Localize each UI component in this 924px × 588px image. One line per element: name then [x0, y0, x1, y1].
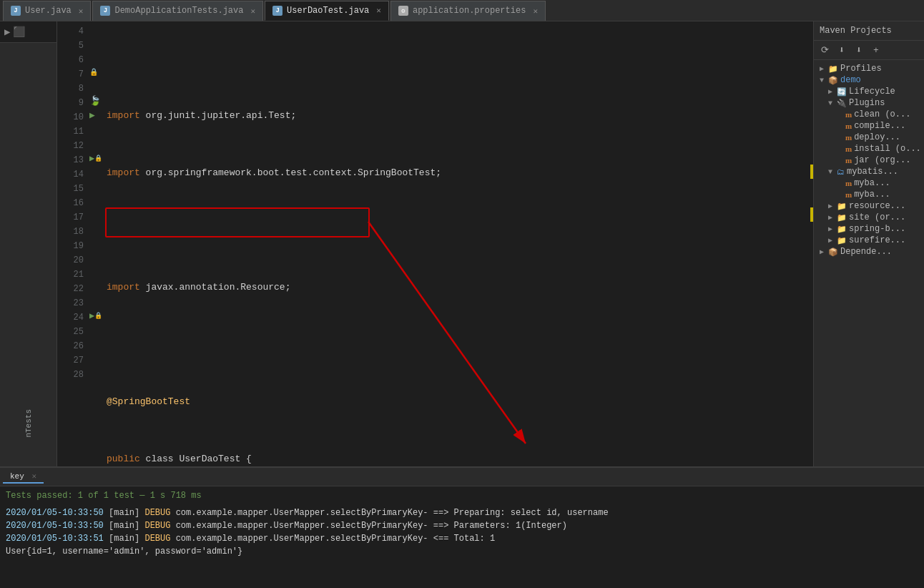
maven-mybatis-item[interactable]: ▼ 🗂 mybatis... — [814, 166, 924, 177]
maven-spring-item[interactable]: ▶ 📁 spring-b... — [814, 223, 924, 235]
log-class-1: com.examp — [176, 508, 222, 518]
tab-bar: J User.java ✕ J DemoApplicationTests.jav… — [0, 0, 924, 21]
log-class-2b: ample.mapper.UserMapper.selectByPrimaryK… — [207, 521, 567, 531]
surefire-label: surefire... — [849, 235, 905, 245]
gutter-26 — [89, 338, 104, 352]
code-line-10: public class UserDaoTest { — [104, 452, 805, 466]
line-num-6: 6 — [57, 53, 84, 67]
gutter-18 — [89, 223, 104, 237]
left-panel-tests-tab[interactable]: nTests — [24, 409, 33, 438]
deploy-label: deploy... — [854, 132, 900, 142]
line-num-28: 28 — [57, 368, 84, 382]
line-num-11: 11 — [57, 124, 84, 139]
spring-label: spring-b... — [849, 224, 905, 234]
gutter-19 — [89, 237, 104, 252]
line-num-12: 12 — [57, 139, 84, 153]
maven-surefire-item[interactable]: ▶ 📁 surefire... — [814, 235, 924, 246]
gutter-6 — [89, 52, 104, 66]
main-area: ▶ ⬛ nTests 4 5 6 7 8 9 10 11 12 13 — [0, 21, 924, 466]
code-line-8 — [104, 338, 805, 352]
gutter-7: 🔒 — [89, 66, 104, 80]
java-file-icon: J — [11, 6, 21, 16]
log-level-1: DEBUG — [144, 508, 170, 518]
log-level-2: DEBUG — [144, 521, 170, 531]
gutter-22 — [89, 280, 104, 295]
maven-plugins-item[interactable]: ▼ 🔌 Plugins — [814, 97, 924, 109]
maven-dependencies-item[interactable]: ▶ 📦 Depende... — [814, 246, 924, 258]
demo-label: demo — [840, 75, 861, 85]
line-num-22: 22 — [57, 282, 84, 296]
run-icon[interactable]: ▶ — [4, 26, 10, 38]
maven-myba1-item[interactable]: m myba... — [814, 177, 924, 189]
maven-demo-item[interactable]: ▼ 📦 demo — [814, 74, 924, 86]
tab-userdao-test[interactable]: J UserDaoTest.java ✕ — [265, 1, 389, 21]
left-panel-toolbar: ▶ ⬛ — [0, 21, 56, 43]
tab-demo-tests-close[interactable]: ✕ — [250, 6, 255, 16]
maven-myba2-item[interactable]: m myba... — [814, 189, 924, 200]
line-num-25: 25 — [57, 325, 84, 339]
maven-resource-item[interactable]: ▶ 📁 resource... — [814, 200, 924, 212]
mybatis-label: mybatis... — [847, 167, 898, 177]
maven-install-item[interactable]: m install (o... — [814, 143, 924, 155]
tab-user-java-label: User.java — [25, 6, 72, 16]
maven-jar-item[interactable]: m jar (org... — [814, 155, 924, 166]
gutter-12 — [89, 137, 104, 152]
tab-app-props-close[interactable]: ✕ — [533, 6, 538, 16]
maven-m-icon-7: m — [845, 190, 852, 199]
maven-offline-btn[interactable]: ⬇ — [835, 44, 848, 57]
run-test-icon-13[interactable]: ▶ — [89, 152, 94, 166]
code-line-9: @SpringBootTest — [104, 395, 805, 409]
run-test-icon-10[interactable]: ▶ — [89, 109, 95, 123]
tab-demo-tests[interactable]: J DemoApplicationTests.java ✕ — [92, 1, 263, 21]
maven-add-btn[interactable]: + — [870, 44, 883, 57]
gutter-24: ▶ 🔒 — [89, 309, 104, 323]
bottom-content: Tests passed: 1 of 1 test — 1 s 718 ms 2… — [0, 486, 924, 588]
java-file-icon3: J — [272, 6, 282, 16]
maven-compile-item[interactable]: m compile... — [814, 120, 924, 132]
line-num-10: 10 — [57, 110, 84, 124]
bottom-tab-bar: key ✕ — [0, 468, 924, 486]
maven-header: Maven Projects — [814, 21, 924, 41]
tab-demo-tests-label: DemoApplicationTests.java — [114, 6, 243, 16]
line-num-15: 15 — [57, 182, 84, 196]
maven-clean-item[interactable]: m clean (o... — [814, 109, 924, 120]
log-thread-1: [main] — [109, 508, 144, 518]
line-num-27: 27 — [57, 353, 84, 368]
bottom-tab-close[interactable]: ✕ — [31, 472, 36, 481]
run-test-icon-24[interactable]: ▶ — [89, 309, 94, 323]
install-label: install (o... — [854, 144, 921, 154]
myba1-label: myba... — [854, 178, 890, 188]
tab-user-java[interactable]: J User.java ✕ — [3, 1, 91, 21]
line-num-24: 24 — [57, 310, 84, 325]
mybatis-arrow: ▼ — [828, 168, 835, 176]
line-num-18: 18 — [57, 225, 84, 239]
log-timestamp-1: 2020/01/05-10:33:50 — [6, 508, 104, 518]
maven-profiles-item[interactable]: ▶ 📁 Profiles — [814, 63, 924, 74]
tab-user-java-close[interactable]: ✕ — [79, 6, 84, 16]
site-label: site (or... — [849, 212, 905, 222]
plugins-label: Plugins — [849, 98, 885, 108]
maven-m-icon-4: m — [845, 144, 852, 153]
maven-refresh-btn[interactable]: ⟳ — [818, 44, 831, 57]
maven-title: Maven Projects — [820, 26, 892, 36]
log-line-1: 2020/01/05-10:33:50 [main] DEBUG com.exa… — [6, 506, 918, 519]
line-num-21: 21 — [57, 268, 84, 282]
gutter-27 — [89, 352, 104, 366]
bottom-tab-key[interactable]: key ✕ — [3, 470, 44, 484]
tab-app-props[interactable]: ⚙ application.properties ✕ — [390, 1, 546, 21]
resource-arrow: ▶ — [828, 202, 835, 210]
maven-m-icon-3: m — [845, 133, 852, 142]
debug-icon[interactable]: ⬛ — [13, 26, 25, 38]
tab-userdao-test-close[interactable]: ✕ — [376, 6, 381, 15]
line-num-7: 7 — [57, 67, 84, 82]
profiles-arrow: ▶ — [820, 64, 827, 73]
maven-m-icon-5: m — [845, 156, 852, 165]
maven-lifecycle-item[interactable]: ▶ 🔄 Lifecycle — [814, 86, 924, 97]
code-editor[interactable]: import org.junit.jupiter.api.Test; impor… — [104, 21, 805, 466]
maven-site-item[interactable]: ▶ 📁 site (or... — [814, 212, 924, 223]
plugins-icon: 🔌 — [837, 99, 847, 108]
dependencies-icon: 📦 — [828, 248, 838, 257]
clean-label: clean (o... — [854, 109, 910, 119]
maven-download-btn[interactable]: ⬇ — [852, 44, 865, 57]
maven-deploy-item[interactable]: m deploy... — [814, 132, 924, 143]
